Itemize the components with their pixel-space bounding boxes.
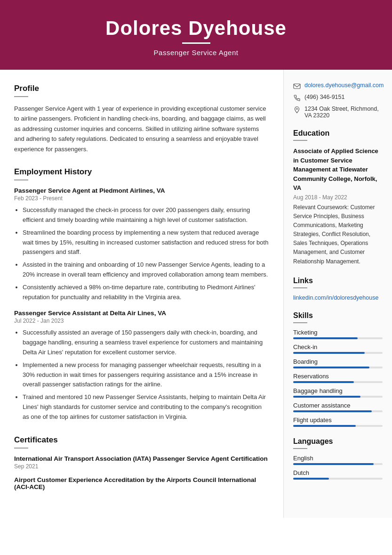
skill-item: Ticketing	[293, 329, 383, 339]
left-column: Profile Passenger Service Agent with 1 y…	[0, 70, 284, 518]
profile-title: Profile	[14, 84, 269, 93]
skill-label: Reservations	[293, 373, 383, 380]
body-container: Profile Passenger Service Agent with 1 y…	[0, 70, 392, 518]
languages-list: English Dutch	[293, 455, 383, 480]
contact-section: dolores.dyehouse@gmail.com (496) 346-915…	[293, 82, 383, 119]
job-title-header: Passenger Service Agent	[9, 49, 383, 57]
job-entry-2: Passenger Service Assistant at Delta Air…	[14, 310, 269, 422]
svg-rect-0	[294, 84, 300, 89]
job-bullet-1-2: Streamlined the boarding process by impl…	[23, 228, 269, 257]
job-bullet-1-1: Successfully managed the check-in proces…	[23, 205, 269, 225]
job-bullet-1-3: Assisted in the training and onboarding …	[23, 260, 269, 280]
edu-courses: Relevant Coursework: Customer Service Pr…	[293, 203, 383, 266]
phone-text: (496) 346-9151	[304, 94, 344, 100]
skill-item: Customer assistance	[293, 402, 383, 412]
header-underline	[182, 42, 210, 44]
job-dates-1: Feb 2023 - Present	[14, 195, 269, 202]
candidate-name: Dolores Dyehouse	[9, 17, 383, 40]
skill-label: Customer assistance	[293, 402, 383, 409]
skill-label: Check-in	[293, 343, 383, 351]
linkedin-link-item: linkedin.com/in/doloresdyehouse	[293, 294, 383, 301]
certificates-section: Certificates International Air Transport…	[14, 435, 269, 490]
education-divider	[293, 140, 307, 141]
skill-bar-bg	[293, 396, 383, 398]
skill-bar-bg	[293, 352, 383, 354]
skill-bar-fill	[293, 367, 369, 368]
links-title: Links	[293, 277, 383, 285]
profile-text: Passenger Service Agent with 1 year of e…	[14, 104, 269, 154]
employment-divider	[14, 180, 28, 180]
skill-item: Flight updates	[293, 416, 383, 427]
cert-title-1: International Air Transport Association …	[14, 455, 269, 462]
job-entry-1: Passenger Service Agent at Piedmont Airl…	[14, 187, 269, 302]
language-bar-fill	[293, 478, 329, 480]
skills-section: Skills Ticketing Check-in Boarding Reser…	[293, 311, 383, 427]
job-bullets-1: Successfully managed the check-in proces…	[14, 205, 269, 302]
skills-list: Ticketing Check-in Boarding Reservations…	[293, 329, 383, 427]
skill-bar-bg	[293, 410, 383, 412]
job-bullets-2: Successfully assisted an average of 150 …	[14, 328, 269, 422]
svg-point-1	[296, 108, 298, 110]
language-label: English	[293, 455, 383, 462]
links-section: Links linkedin.com/in/doloresdyehouse	[293, 277, 383, 301]
edu-degree: Associate of Applied Science in Customer…	[293, 147, 383, 193]
skill-bar-fill	[293, 352, 365, 354]
job-title-1: Passenger Service Agent at Piedmont Airl…	[14, 187, 269, 194]
skill-bar-bg	[293, 367, 383, 368]
skill-bar-bg	[293, 425, 383, 427]
header-section: Dolores Dyehouse Passenger Service Agent	[0, 0, 392, 70]
skill-item: Check-in	[293, 343, 383, 354]
skill-bar-fill	[293, 425, 356, 427]
skill-label: Ticketing	[293, 329, 383, 336]
profile-divider	[14, 96, 28, 97]
certificates-title: Certificates	[14, 435, 269, 445]
edu-dates: Aug 2018 - May 2022	[293, 194, 383, 201]
skill-bar-fill	[293, 381, 354, 383]
language-bar-bg	[293, 463, 383, 465]
education-title: Education	[293, 129, 383, 138]
location-icon	[293, 106, 301, 114]
linkedin-link[interactable]: linkedin.com/in/doloresdyehouse	[293, 294, 378, 301]
job-bullet-2-3: Trained and mentored 10 new Passenger Se…	[23, 392, 269, 422]
skill-item: Reservations	[293, 373, 383, 383]
links-divider	[293, 287, 307, 288]
employment-section: Employment History Passenger Service Age…	[14, 167, 269, 422]
job-bullet-2-2: Implemented a new process for managing p…	[23, 360, 269, 390]
skill-label: Boarding	[293, 358, 383, 365]
skills-divider	[293, 322, 307, 323]
skill-label: Flight updates	[293, 416, 383, 424]
languages-section: Languages English Dutch	[293, 437, 383, 480]
language-item: English	[293, 455, 383, 465]
contact-email: dolores.dyehouse@gmail.com	[293, 82, 383, 90]
skill-bar-fill	[293, 337, 358, 339]
email-icon	[293, 82, 301, 90]
phone-icon	[293, 94, 301, 102]
job-bullet-2-1: Successfully assisted an average of 150 …	[23, 328, 269, 357]
email-link[interactable]: dolores.dyehouse@gmail.com	[304, 82, 384, 89]
right-column: dolores.dyehouse@gmail.com (496) 346-915…	[284, 70, 392, 518]
contact-address: 1234 Oak Street, Richmond, VA 23220	[293, 106, 383, 119]
job-title-2: Passenger Service Assistant at Delta Air…	[14, 310, 269, 317]
skill-bar-fill	[293, 410, 372, 412]
education-section: Education Associate of Applied Science i…	[293, 129, 383, 266]
skill-item: Baggage handling	[293, 387, 383, 398]
language-bar-fill	[293, 463, 374, 465]
address-text: 1234 Oak Street, Richmond, VA 23220	[304, 106, 383, 119]
contact-phone: (496) 346-9151	[293, 94, 383, 102]
job-dates-2: Jul 2022 - Jan 2023	[14, 318, 269, 324]
skill-bar-bg	[293, 337, 383, 339]
resume-wrapper: Dolores Dyehouse Passenger Service Agent…	[0, 0, 392, 555]
employment-title: Employment History	[14, 167, 269, 177]
skills-title: Skills	[293, 311, 383, 320]
skill-label: Baggage handling	[293, 387, 383, 394]
skill-item: Boarding	[293, 358, 383, 368]
cert-date-1: Sep 2021	[14, 463, 269, 470]
languages-title: Languages	[293, 437, 383, 446]
certificates-divider	[14, 448, 28, 449]
cert-title-2: Airport Customer Experience Accreditatio…	[14, 476, 269, 490]
job-bullet-1-4: Consistently achieved a 98% on-time depa…	[23, 283, 269, 302]
language-label: Dutch	[293, 469, 383, 476]
languages-divider	[293, 448, 307, 449]
skill-bar-bg	[293, 381, 383, 383]
language-bar-bg	[293, 478, 383, 480]
